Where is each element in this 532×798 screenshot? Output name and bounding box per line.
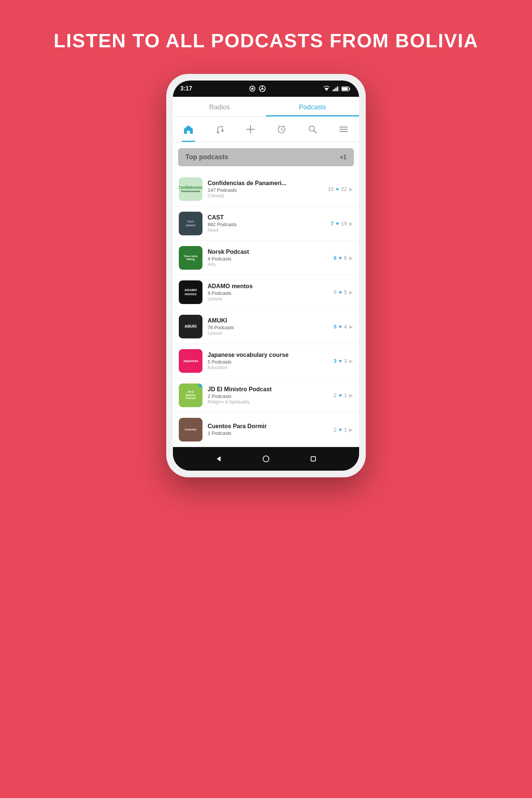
podcast-info: Confidencias de Panameri... 147 Podcasts…	[208, 180, 323, 198]
svg-marker-7	[324, 88, 329, 91]
play-count: 5	[344, 289, 347, 295]
like-count: 7	[331, 221, 334, 226]
podcast-thumbnail: Cuentos	[179, 418, 202, 441]
podcast-name: Japanese vocabulary course	[208, 352, 328, 358]
top-podcasts-banner[interactable]: Top podcasts +1	[178, 148, 354, 166]
heart-icon: ♥	[339, 289, 342, 295]
nav-search[interactable]	[297, 120, 328, 138]
svg-line-26	[314, 130, 316, 133]
heart-icon: ♥	[339, 358, 342, 364]
podcast-stats: 3 ♥ 3 ▶	[334, 358, 353, 364]
list-item[interactable]: JD ElMinistroPodcast JD El Ministro Podc…	[173, 378, 359, 413]
android-recent-button[interactable]	[309, 454, 318, 463]
like-count: 2	[334, 427, 337, 433]
status-bar: 3:17	[173, 81, 359, 97]
play-icon: ▶	[349, 255, 353, 261]
music-icon	[214, 124, 225, 134]
podcast-category: Leisure	[208, 331, 328, 336]
podcast-count: 882 Podcasts	[208, 222, 325, 227]
android-home-button[interactable]	[262, 454, 270, 463]
podcast-category: News	[208, 228, 325, 233]
play-icon: ▶	[349, 392, 353, 398]
home-icon	[183, 124, 194, 134]
heart-icon: ♥	[339, 392, 342, 398]
podcast-category: Education	[208, 365, 328, 370]
podcast-thumbnail: Ceropacast	[179, 212, 202, 235]
podcast-stats: 7 ♥ 19 ▶	[331, 221, 353, 226]
play-icon: ▶	[349, 358, 353, 364]
podcast-category: Arts	[208, 262, 328, 267]
svg-point-31	[263, 456, 269, 462]
android-home-icon	[262, 455, 270, 463]
play-count: 19	[341, 221, 347, 226]
svg-line-5	[260, 89, 262, 90]
podcast-count: 4 Podcasts	[208, 256, 328, 262]
svg-rect-10	[335, 88, 337, 91]
nav-home[interactable]	[173, 120, 204, 138]
podcast-count: 2 Podcasts	[208, 393, 328, 399]
nav-add[interactable]	[235, 120, 266, 138]
podcast-stats: 15 ♥ 22 ▶	[328, 186, 353, 192]
list-item[interactable]: ADAMOmentos ADAMO mentos 9 Podcasts Leis…	[173, 275, 359, 310]
plus-icon	[245, 124, 256, 134]
tab-radios[interactable]: Radios	[173, 97, 266, 116]
podcast-thumbnail: ADAMOmentos	[179, 280, 202, 304]
back-icon	[215, 455, 222, 463]
svg-point-3	[262, 88, 263, 90]
podcast-thumbnail: Japanese	[179, 349, 202, 373]
list-item[interactable]: Japanese Japanese vocabulary course 5 Po…	[173, 344, 359, 378]
like-count: 6	[334, 255, 337, 261]
status-wheel-icon	[259, 85, 266, 92]
podcast-info: AMUKI 76 Podcasts Leisure	[208, 317, 328, 336]
heart-icon: ♥	[336, 186, 339, 192]
svg-rect-14	[349, 88, 350, 90]
nav-menu[interactable]	[328, 120, 359, 138]
android-back-button[interactable]	[214, 454, 223, 463]
play-icon: ▶	[349, 324, 353, 330]
podcast-info: JD El Ministro Podcast 2 Podcasts Religi…	[208, 386, 328, 405]
list-item[interactable]: Ceropacast CAST 882 Podcasts News 7 ♥ 19…	[173, 207, 359, 241]
heart-icon: ♥	[339, 324, 342, 330]
podcast-info: Japanese vocabulary course 5 Podcasts Ed…	[208, 352, 328, 370]
like-count: 5	[334, 289, 337, 295]
svg-line-24	[283, 126, 284, 127]
list-item[interactable]: Cuentos Cuentos Para Dormir 1 Podcasts 2…	[173, 413, 359, 447]
tab-podcasts[interactable]: Podcasts	[266, 97, 359, 116]
play-icon: ▶	[349, 186, 353, 192]
like-count: 15	[328, 186, 334, 192]
nav-alarm[interactable]	[266, 120, 297, 138]
podcast-stats: 5 ♥ 5 ▶	[334, 289, 353, 295]
svg-rect-9	[334, 89, 335, 91]
android-recent-icon	[310, 456, 317, 462]
play-count: 1	[344, 427, 347, 433]
heart-icon: ♥	[336, 221, 339, 226]
battery-icon	[341, 86, 350, 91]
tabs-bar: Radios Podcasts	[173, 97, 359, 117]
svg-rect-12	[338, 86, 339, 91]
podcast-info: Cuentos Para Dormir 1 Podcasts	[208, 423, 328, 436]
list-item[interactable]: Three idotstalking Norsk Podcast 4 Podca…	[173, 241, 359, 275]
play-count: 4	[344, 324, 347, 330]
svg-line-6	[263, 89, 265, 90]
podcast-name: ADAMO mentos	[208, 283, 328, 290]
status-center-icons	[249, 85, 266, 92]
podcast-list: Confidencias Panamericanas Confidencias …	[173, 172, 359, 447]
podcast-count: 9 Podcasts	[208, 290, 328, 296]
like-count: 3	[334, 358, 337, 364]
page-title: LISTEN TO ALL PODCASTS FROM BOLIVIA	[39, 30, 493, 52]
podcast-name: Cuentos Para Dormir	[208, 423, 328, 430]
podcast-stats: 5 ♥ 4 ▶	[334, 324, 353, 330]
list-item[interactable]: AMUKI AMUKI 76 Podcasts Leisure 5 ♥ 4 ▶	[173, 310, 359, 344]
android-nav-bar	[173, 447, 359, 471]
top-banner-badge: +1	[340, 154, 347, 161]
svg-point-16	[217, 131, 219, 133]
play-icon: ▶	[349, 221, 353, 226]
podcast-count: 1 Podcasts	[208, 430, 328, 436]
play-icon: ▶	[349, 289, 353, 295]
svg-point-1	[251, 88, 253, 90]
status-dot-icon	[249, 85, 256, 92]
play-count: 22	[341, 186, 347, 192]
nav-music[interactable]	[204, 120, 235, 138]
list-item[interactable]: Confidencias Panamericanas Confidencias …	[173, 172, 359, 207]
phone-screen: 3:17	[173, 81, 359, 471]
